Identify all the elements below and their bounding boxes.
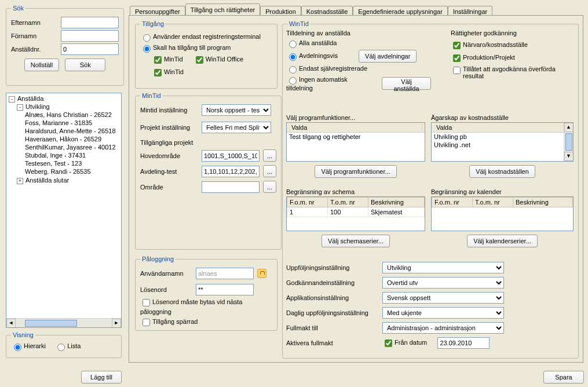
access-terminal-radio[interactable] — [143, 34, 151, 42]
choose-calendar-button[interactable]: Välj kalenderserier... — [467, 235, 538, 247]
mintid-checkbox[interactable] — [154, 56, 162, 64]
approval-select[interactable]: Overtid utv — [382, 277, 504, 289]
wintid-checkbox[interactable] — [154, 69, 162, 76]
area-input[interactable] — [202, 181, 260, 193]
password-input[interactable] — [196, 284, 254, 295]
self-reg-radio[interactable] — [289, 66, 297, 74]
choose-costcenters-button[interactable]: Välj kostnadställen — [469, 165, 535, 178]
expand-icon[interactable]: + — [17, 178, 23, 184]
all-emp[interactable]: Alla anställda — [286, 39, 337, 48]
view-list[interactable]: Lista — [54, 342, 81, 349]
view-list-radio[interactable] — [57, 344, 65, 351]
dept-wise[interactable]: Avdelningsvis — [286, 52, 338, 61]
app-setting-select[interactable]: Svensk oppsett — [382, 292, 504, 304]
add-button[interactable]: Lägg till — [81, 371, 122, 384]
wintid-office-check[interactable]: WinTid Office — [193, 54, 243, 65]
access-program[interactable]: Skall ha tillgång till program — [140, 43, 231, 53]
mainarea-input[interactable] — [202, 150, 260, 162]
tree-item[interactable]: SenthilKumar, Jayasree - 40012 — [25, 143, 121, 151]
avdeling-browse[interactable]: ... — [263, 165, 276, 177]
followup-select[interactable]: Utvikling — [382, 262, 504, 273]
production-checkbox[interactable] — [453, 54, 461, 62]
save-button[interactable]: Spara — [543, 371, 584, 384]
access-blocked-checkbox[interactable] — [143, 319, 150, 326]
view-panel: Visning Hierarki Lista — [6, 331, 122, 358]
view-hierarchy[interactable]: Hierarki — [11, 342, 46, 349]
ownership-item[interactable]: Utvikling .net — [432, 141, 573, 149]
from-date-check[interactable]: Från datum — [382, 338, 427, 349]
avdeling-input[interactable] — [202, 166, 260, 177]
empno-label: Anställdnr. — [11, 46, 57, 53]
allowed-check[interactable]: Tillåtet att avgodkänna överförda result… — [451, 65, 573, 79]
ownership-scrollbar[interactable]: ▲ ▼ — [564, 123, 573, 161]
mintid-check[interactable]: MinTid — [152, 54, 183, 65]
scroll-thumb[interactable] — [565, 133, 572, 151]
scroll-right-icon[interactable]: ► — [112, 319, 121, 328]
dept-wise-radio[interactable] — [289, 53, 297, 61]
all-emp-radio[interactable] — [289, 41, 297, 48]
view-hierarchy-radio[interactable] — [14, 344, 21, 351]
tree-closed[interactable]: Anställda slutar — [25, 177, 69, 184]
mintid-setting-select[interactable]: Norsk oppsett - test — [202, 104, 271, 116]
progfunc-listbox[interactable]: Valda Test tilgang og rettigheter — [286, 122, 425, 162]
no-auto-radio[interactable] — [289, 77, 297, 85]
choose-schema-button[interactable]: Välj schemaserier... — [322, 235, 390, 247]
attendance-check[interactable]: Närvaro/kostnadsställe — [451, 40, 528, 51]
mintid-group: MinTid Mintid inställning Norsk oppsett … — [135, 92, 282, 250]
choose-employees-button[interactable]: Välj anställda — [382, 77, 431, 90]
from-date-input[interactable] — [437, 337, 490, 349]
access-program-radio[interactable] — [143, 45, 151, 53]
tree-item[interactable]: Weberg, Randi - 26535 — [25, 167, 121, 176]
tree-root[interactable]: Anställda — [17, 95, 43, 102]
daily-select[interactable]: Med ukjente — [382, 307, 504, 319]
search-button[interactable]: Sök — [65, 59, 105, 71]
mainarea-browse[interactable]: ... — [263, 149, 276, 162]
schema-col-beskr: Beskrivning — [368, 198, 425, 207]
scroll-left-icon[interactable]: ◄ — [6, 319, 16, 328]
lock-icon[interactable] — [257, 269, 266, 278]
tree-item[interactable]: Foss, Marianne - 31835 — [25, 119, 121, 127]
wintid-check[interactable]: WinTid — [152, 67, 184, 78]
scroll-thumb[interactable] — [25, 320, 77, 327]
choose-departments-button[interactable]: Välj avdelningar — [359, 50, 417, 63]
schema-grid[interactable]: F.o.m. nr T.o.m. nr Beskrivning 1 100 Sk… — [286, 196, 425, 231]
tree-item[interactable]: Stubdal, Inge - 37431 — [25, 151, 121, 159]
collapse-icon[interactable]: - — [9, 96, 15, 103]
no-auto[interactable]: Ingen automatisk tilldelning — [286, 75, 372, 92]
from-date-checkbox[interactable] — [385, 339, 392, 347]
ownership-listbox[interactable]: Valda Utvikling pb Utvikling .net ▲ ▼ — [431, 122, 574, 162]
production-check[interactable]: Produktion/Projekt — [451, 53, 515, 64]
wintid-office-checkbox[interactable] — [196, 56, 203, 64]
scroll-up-icon[interactable]: ▲ — [564, 123, 574, 132]
empno-input[interactable] — [61, 43, 119, 55]
tree-item[interactable]: Alnæs, Hans Christian - 26522 — [25, 111, 121, 119]
calendar-grid[interactable]: F.o.m. nr T.o.m. nr Beskrivning — [431, 196, 574, 231]
tree-group[interactable]: Utvikling — [25, 103, 50, 110]
self-reg[interactable]: Endast självregistrerade — [286, 64, 367, 74]
tree-scrollbar[interactable]: ◄ ► — [6, 318, 121, 327]
attendance-checkbox[interactable] — [453, 42, 461, 49]
firstname-input[interactable] — [61, 30, 119, 42]
progfunc-item[interactable]: Test tilgang og rettigheter — [287, 133, 425, 141]
area-browse[interactable]: ... — [263, 181, 276, 193]
employee-tree[interactable]: -Anställda -Utvikling Alnæs, Hans Christ… — [6, 93, 122, 328]
proxy-select[interactable]: Administrasjon - administrasjon — [382, 322, 504, 334]
tree-item[interactable]: Testesen, Test - 123 — [25, 159, 121, 167]
schema-row[interactable]: 1 100 Skjematest — [287, 207, 425, 217]
choose-progfunc-button[interactable]: Välj programfunktioner... — [315, 165, 396, 178]
scroll-down-icon[interactable]: ▼ — [564, 152, 574, 161]
access-terminal[interactable]: Använder endast registreringsterminal — [140, 32, 261, 42]
mintid-legend: MinTid — [140, 92, 163, 99]
allowed-checkbox[interactable] — [453, 67, 461, 74]
pwd-change-check[interactable]: Lösenord måste bytas vid nästa påloggnin… — [140, 297, 272, 315]
collapse-icon[interactable]: - — [17, 104, 23, 111]
project-setting-select[interactable]: Felles Fri med Split — [202, 122, 271, 133]
lastname-input[interactable] — [61, 17, 119, 28]
access-blocked-check[interactable]: Tillgång spärrad — [140, 317, 198, 328]
ownership-item[interactable]: Utvikling pb — [432, 133, 573, 141]
tree-item[interactable]: Haveraaen, Håkon - 26529 — [25, 135, 121, 143]
tree-item[interactable]: Haraldsrud, Anne-Mette - 26518 — [25, 127, 121, 135]
pwd-change-checkbox[interactable] — [143, 299, 150, 306]
reset-button[interactable]: Nollställ — [24, 59, 60, 71]
proxy-label: Fullmakt till — [286, 324, 379, 331]
